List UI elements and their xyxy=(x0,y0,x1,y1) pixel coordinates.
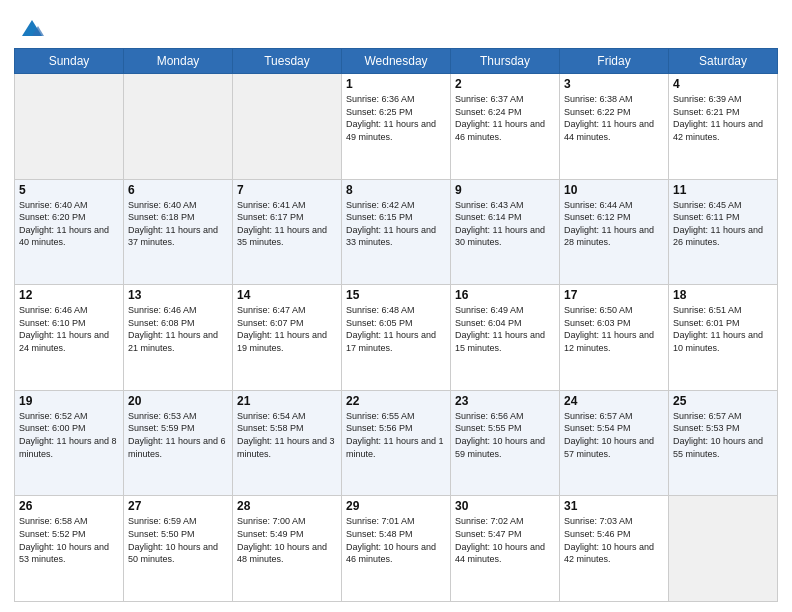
day-number: 6 xyxy=(128,183,228,197)
day-info: Sunrise: 7:00 AM Sunset: 5:49 PM Dayligh… xyxy=(237,515,337,565)
day-number: 12 xyxy=(19,288,119,302)
day-info: Sunrise: 6:40 AM Sunset: 6:18 PM Dayligh… xyxy=(128,199,228,249)
day-info: Sunrise: 6:55 AM Sunset: 5:56 PM Dayligh… xyxy=(346,410,446,460)
calendar-cell xyxy=(669,496,778,602)
week-row-0: 1Sunrise: 6:36 AM Sunset: 6:25 PM Daylig… xyxy=(15,74,778,180)
header xyxy=(14,10,778,42)
calendar-cell: 31Sunrise: 7:03 AM Sunset: 5:46 PM Dayli… xyxy=(560,496,669,602)
calendar-cell: 8Sunrise: 6:42 AM Sunset: 6:15 PM Daylig… xyxy=(342,179,451,285)
calendar-cell: 4Sunrise: 6:39 AM Sunset: 6:21 PM Daylig… xyxy=(669,74,778,180)
day-info: Sunrise: 6:38 AM Sunset: 6:22 PM Dayligh… xyxy=(564,93,664,143)
day-info: Sunrise: 7:02 AM Sunset: 5:47 PM Dayligh… xyxy=(455,515,555,565)
day-info: Sunrise: 7:03 AM Sunset: 5:46 PM Dayligh… xyxy=(564,515,664,565)
day-number: 2 xyxy=(455,77,555,91)
day-info: Sunrise: 6:44 AM Sunset: 6:12 PM Dayligh… xyxy=(564,199,664,249)
day-number: 7 xyxy=(237,183,337,197)
calendar-cell: 2Sunrise: 6:37 AM Sunset: 6:24 PM Daylig… xyxy=(451,74,560,180)
day-info: Sunrise: 6:40 AM Sunset: 6:20 PM Dayligh… xyxy=(19,199,119,249)
logo-icon xyxy=(18,14,46,42)
day-number: 28 xyxy=(237,499,337,513)
day-number: 21 xyxy=(237,394,337,408)
calendar-cell: 27Sunrise: 6:59 AM Sunset: 5:50 PM Dayli… xyxy=(124,496,233,602)
calendar-cell: 18Sunrise: 6:51 AM Sunset: 6:01 PM Dayli… xyxy=(669,285,778,391)
calendar-cell: 11Sunrise: 6:45 AM Sunset: 6:11 PM Dayli… xyxy=(669,179,778,285)
day-info: Sunrise: 6:56 AM Sunset: 5:55 PM Dayligh… xyxy=(455,410,555,460)
calendar-cell: 6Sunrise: 6:40 AM Sunset: 6:18 PM Daylig… xyxy=(124,179,233,285)
day-info: Sunrise: 6:54 AM Sunset: 5:58 PM Dayligh… xyxy=(237,410,337,460)
day-info: Sunrise: 6:43 AM Sunset: 6:14 PM Dayligh… xyxy=(455,199,555,249)
day-info: Sunrise: 6:48 AM Sunset: 6:05 PM Dayligh… xyxy=(346,304,446,354)
weekday-header-saturday: Saturday xyxy=(669,49,778,74)
calendar-cell: 25Sunrise: 6:57 AM Sunset: 5:53 PM Dayli… xyxy=(669,390,778,496)
calendar-cell xyxy=(233,74,342,180)
calendar-cell: 23Sunrise: 6:56 AM Sunset: 5:55 PM Dayli… xyxy=(451,390,560,496)
week-row-1: 5Sunrise: 6:40 AM Sunset: 6:20 PM Daylig… xyxy=(15,179,778,285)
day-info: Sunrise: 6:51 AM Sunset: 6:01 PM Dayligh… xyxy=(673,304,773,354)
week-row-2: 12Sunrise: 6:46 AM Sunset: 6:10 PM Dayli… xyxy=(15,285,778,391)
calendar-cell: 29Sunrise: 7:01 AM Sunset: 5:48 PM Dayli… xyxy=(342,496,451,602)
calendar-cell: 19Sunrise: 6:52 AM Sunset: 6:00 PM Dayli… xyxy=(15,390,124,496)
day-number: 19 xyxy=(19,394,119,408)
calendar-cell: 10Sunrise: 6:44 AM Sunset: 6:12 PM Dayli… xyxy=(560,179,669,285)
day-info: Sunrise: 6:46 AM Sunset: 6:08 PM Dayligh… xyxy=(128,304,228,354)
calendar-cell: 5Sunrise: 6:40 AM Sunset: 6:20 PM Daylig… xyxy=(15,179,124,285)
calendar-cell: 28Sunrise: 7:00 AM Sunset: 5:49 PM Dayli… xyxy=(233,496,342,602)
day-number: 5 xyxy=(19,183,119,197)
weekday-header-wednesday: Wednesday xyxy=(342,49,451,74)
day-info: Sunrise: 6:41 AM Sunset: 6:17 PM Dayligh… xyxy=(237,199,337,249)
weekday-header-thursday: Thursday xyxy=(451,49,560,74)
day-number: 14 xyxy=(237,288,337,302)
day-number: 16 xyxy=(455,288,555,302)
calendar-cell: 3Sunrise: 6:38 AM Sunset: 6:22 PM Daylig… xyxy=(560,74,669,180)
day-info: Sunrise: 6:59 AM Sunset: 5:50 PM Dayligh… xyxy=(128,515,228,565)
day-info: Sunrise: 6:39 AM Sunset: 6:21 PM Dayligh… xyxy=(673,93,773,143)
day-info: Sunrise: 6:47 AM Sunset: 6:07 PM Dayligh… xyxy=(237,304,337,354)
week-row-4: 26Sunrise: 6:58 AM Sunset: 5:52 PM Dayli… xyxy=(15,496,778,602)
day-number: 4 xyxy=(673,77,773,91)
day-info: Sunrise: 6:45 AM Sunset: 6:11 PM Dayligh… xyxy=(673,199,773,249)
calendar-cell: 13Sunrise: 6:46 AM Sunset: 6:08 PM Dayli… xyxy=(124,285,233,391)
calendar-cell xyxy=(15,74,124,180)
day-number: 29 xyxy=(346,499,446,513)
day-number: 26 xyxy=(19,499,119,513)
day-info: Sunrise: 6:37 AM Sunset: 6:24 PM Dayligh… xyxy=(455,93,555,143)
day-number: 15 xyxy=(346,288,446,302)
day-number: 20 xyxy=(128,394,228,408)
calendar-cell: 16Sunrise: 6:49 AM Sunset: 6:04 PM Dayli… xyxy=(451,285,560,391)
weekday-header-monday: Monday xyxy=(124,49,233,74)
page: SundayMondayTuesdayWednesdayThursdayFrid… xyxy=(0,0,792,612)
calendar-cell: 24Sunrise: 6:57 AM Sunset: 5:54 PM Dayli… xyxy=(560,390,669,496)
day-info: Sunrise: 6:58 AM Sunset: 5:52 PM Dayligh… xyxy=(19,515,119,565)
weekday-header-sunday: Sunday xyxy=(15,49,124,74)
calendar-cell: 22Sunrise: 6:55 AM Sunset: 5:56 PM Dayli… xyxy=(342,390,451,496)
calendar-table: SundayMondayTuesdayWednesdayThursdayFrid… xyxy=(14,48,778,602)
calendar-cell: 21Sunrise: 6:54 AM Sunset: 5:58 PM Dayli… xyxy=(233,390,342,496)
calendar-cell: 12Sunrise: 6:46 AM Sunset: 6:10 PM Dayli… xyxy=(15,285,124,391)
day-info: Sunrise: 6:46 AM Sunset: 6:10 PM Dayligh… xyxy=(19,304,119,354)
day-info: Sunrise: 6:36 AM Sunset: 6:25 PM Dayligh… xyxy=(346,93,446,143)
calendar-cell: 17Sunrise: 6:50 AM Sunset: 6:03 PM Dayli… xyxy=(560,285,669,391)
day-number: 30 xyxy=(455,499,555,513)
day-info: Sunrise: 6:57 AM Sunset: 5:54 PM Dayligh… xyxy=(564,410,664,460)
day-number: 25 xyxy=(673,394,773,408)
calendar-cell: 9Sunrise: 6:43 AM Sunset: 6:14 PM Daylig… xyxy=(451,179,560,285)
day-number: 3 xyxy=(564,77,664,91)
day-number: 10 xyxy=(564,183,664,197)
calendar-cell: 14Sunrise: 6:47 AM Sunset: 6:07 PM Dayli… xyxy=(233,285,342,391)
calendar-cell: 1Sunrise: 6:36 AM Sunset: 6:25 PM Daylig… xyxy=(342,74,451,180)
day-number: 8 xyxy=(346,183,446,197)
week-row-3: 19Sunrise: 6:52 AM Sunset: 6:00 PM Dayli… xyxy=(15,390,778,496)
calendar-cell: 26Sunrise: 6:58 AM Sunset: 5:52 PM Dayli… xyxy=(15,496,124,602)
day-number: 17 xyxy=(564,288,664,302)
day-number: 13 xyxy=(128,288,228,302)
calendar-cell: 20Sunrise: 6:53 AM Sunset: 5:59 PM Dayli… xyxy=(124,390,233,496)
weekday-header-tuesday: Tuesday xyxy=(233,49,342,74)
day-info: Sunrise: 7:01 AM Sunset: 5:48 PM Dayligh… xyxy=(346,515,446,565)
day-info: Sunrise: 6:50 AM Sunset: 6:03 PM Dayligh… xyxy=(564,304,664,354)
weekday-header-row: SundayMondayTuesdayWednesdayThursdayFrid… xyxy=(15,49,778,74)
day-number: 1 xyxy=(346,77,446,91)
weekday-header-friday: Friday xyxy=(560,49,669,74)
day-number: 31 xyxy=(564,499,664,513)
day-number: 11 xyxy=(673,183,773,197)
day-number: 22 xyxy=(346,394,446,408)
